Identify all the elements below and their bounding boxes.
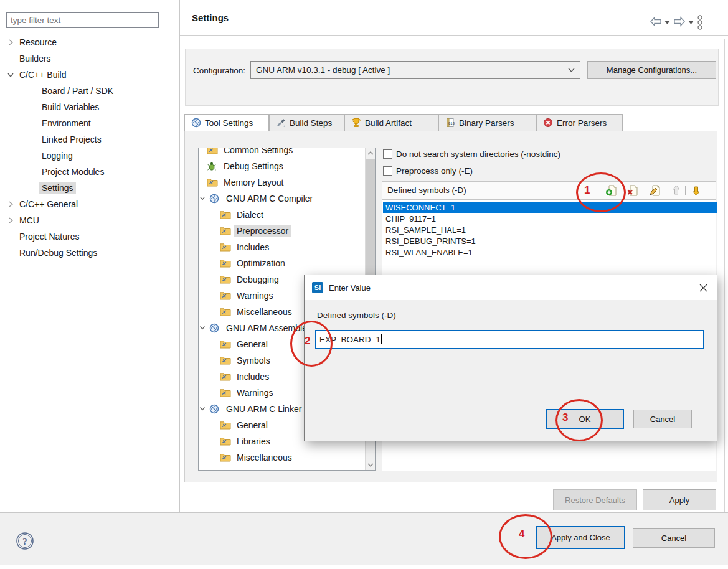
- list-item[interactable]: RSI_SAMPLE_HAL=1: [383, 224, 717, 235]
- list-item[interactable]: RSI_DEBUG_PRINTS=1: [383, 235, 717, 247]
- folder-wrench-icon: [220, 258, 231, 268]
- close-icon[interactable]: [694, 280, 712, 296]
- tree-item-optimization[interactable]: Optimization: [220, 255, 288, 271]
- dialog-cancel-button[interactable]: Cancel: [633, 410, 692, 428]
- sidebar-item-linked-projects[interactable]: Linked Projects: [39, 131, 104, 148]
- sidebar-item-label: Run/Debug Settings: [17, 247, 100, 259]
- edit-symbol-icon[interactable]: [649, 184, 661, 197]
- tree-item-miscellaneous-linker[interactable]: Miscellaneous: [220, 449, 295, 466]
- sidebar-item-cpp-build[interactable]: C/C++ Build: [6, 67, 69, 83]
- sidebar-item-build-variables[interactable]: Build Variables: [39, 99, 102, 115]
- footer-cancel-label: Cancel: [661, 534, 686, 543]
- list-item[interactable]: CHIP_9117=1: [383, 213, 717, 224]
- delete-symbol-icon[interactable]: [626, 184, 639, 197]
- chevron-right-icon[interactable]: [6, 38, 15, 47]
- tree-item-label: Debug Settings: [221, 160, 286, 172]
- search-input[interactable]: [6, 12, 159, 28]
- tree-item-label: GNU ARM C Linker: [224, 403, 304, 415]
- sidebar-item-logging[interactable]: Logging: [39, 148, 75, 164]
- help-icon[interactable]: ?: [15, 531, 35, 551]
- page-title: Settings: [192, 12, 229, 23]
- tab-build-artifact[interactable]: Build Artifact: [344, 114, 438, 131]
- tab-build-steps[interactable]: Build Steps: [269, 114, 344, 131]
- chevron-down-icon[interactable]: [199, 405, 207, 413]
- apply-button[interactable]: Apply: [643, 489, 716, 510]
- tree-item-libraries[interactable]: Libraries: [220, 433, 273, 449]
- trophy-icon: [351, 118, 361, 128]
- tree-item-warnings-asm[interactable]: Warnings: [220, 385, 276, 401]
- checkbox-unchecked[interactable]: [383, 149, 392, 159]
- sidebar-item-run-debug-settings[interactable]: Run/Debug Settings: [17, 245, 100, 261]
- footer-cancel-button[interactable]: Cancel: [633, 528, 715, 548]
- scroll-down-icon[interactable]: [367, 462, 374, 468]
- tab-label: Binary Parsers: [459, 118, 514, 128]
- sidebar-item-project-modules[interactable]: Project Modules: [39, 164, 106, 180]
- chevron-down-icon[interactable]: [199, 194, 207, 203]
- sidebar-item-resource[interactable]: Resource: [6, 34, 59, 50]
- tree-item-debugging[interactable]: Debugging: [220, 271, 281, 288]
- tab-error-parsers[interactable]: Error Parsers: [536, 114, 623, 131]
- checkbox-label: Do not search system directories (-nostd…: [396, 149, 560, 159]
- tree-item-label: Miscellaneous: [234, 451, 295, 464]
- sidebar-item-label: Resource: [17, 36, 59, 49]
- chevron-right-icon[interactable]: [6, 216, 15, 225]
- tree-item-warnings[interactable]: Warnings: [220, 288, 276, 304]
- tree-item-includes[interactable]: Includes: [220, 239, 272, 255]
- scroll-up-icon[interactable]: [367, 150, 374, 156]
- tree-item-debug-settings[interactable]: Debug Settings: [207, 158, 286, 174]
- tree-item-includes-asm[interactable]: Includes: [220, 369, 272, 385]
- checkbox-row-nostdinc[interactable]: Do not search system directories (-nostd…: [383, 149, 560, 159]
- back-arrow-icon[interactable]: [650, 16, 662, 27]
- configuration-dropdown[interactable]: GNU ARM v10.3.1 - debug [ Active ]: [250, 61, 580, 79]
- defined-symbol-input[interactable]: EXP_BOARD=1: [315, 330, 704, 349]
- tree-item-common-settings[interactable]: Common Settings: [207, 148, 295, 158]
- chevron-down-icon[interactable]: [6, 70, 15, 79]
- tree-item-symbols[interactable]: Symbols: [220, 352, 273, 369]
- sidebar-item-board-part-sdk[interactable]: Board / Part / SDK: [39, 83, 116, 99]
- bug-icon: [207, 161, 218, 171]
- tree-item-memory-layout[interactable]: Memory Layout: [207, 174, 286, 190]
- list-item[interactable]: RSI_WLAN_ENABLE=1: [383, 247, 717, 258]
- sidebar-item-settings[interactable]: Settings: [39, 180, 76, 196]
- chevron-down-icon[interactable]: [199, 324, 207, 332]
- tree-item-general[interactable]: General: [220, 336, 270, 352]
- tree-item-preprocessor[interactable]: Preprocessor: [220, 223, 291, 239]
- tab-label: Build Steps: [290, 118, 332, 128]
- tree-item-general-linker[interactable]: General: [220, 417, 270, 433]
- tree-item-gnu-arm-c-compiler[interactable]: GNU ARM C Compiler: [199, 190, 315, 207]
- back-dropdown-icon[interactable]: [664, 21, 670, 24]
- tree-item-shared-library-settings[interactable]: Shared Library Settings: [220, 466, 330, 471]
- sidebar-item-cpp-general[interactable]: C/C++ General: [6, 196, 80, 212]
- tree-item-label: Memory Layout: [221, 176, 286, 189]
- tree-item-gnu-arm-c-linker[interactable]: GNU ARM C Linker: [199, 401, 304, 417]
- move-up-icon[interactable]: [670, 184, 683, 197]
- list-item-selected[interactable]: WISECONNECT=1: [383, 202, 717, 213]
- view-menu-icon[interactable]: [697, 15, 703, 30]
- chevron-right-icon[interactable]: [6, 200, 15, 209]
- folder-wrench-icon: [207, 148, 218, 155]
- tree-item-miscellaneous[interactable]: Miscellaneous: [220, 304, 295, 320]
- folder-wrench-icon: [220, 291, 231, 301]
- tab-label: Build Artifact: [365, 118, 412, 128]
- forward-arrow-icon[interactable]: [673, 16, 686, 27]
- tab-tool-settings[interactable]: Tool Settings: [184, 114, 269, 131]
- sidebar-item-environment[interactable]: Environment: [39, 115, 93, 131]
- checkbox-unchecked[interactable]: [383, 166, 392, 176]
- move-down-icon[interactable]: [690, 184, 702, 197]
- scrollbar-thumb[interactable]: [366, 159, 375, 293]
- sidebar-item-mcu[interactable]: MCU: [6, 212, 42, 228]
- dropdown-chevron-icon: [568, 68, 575, 72]
- gauge-icon: [209, 323, 220, 333]
- sidebar-item-builders[interactable]: Builders: [17, 50, 54, 67]
- gauge-icon: [209, 404, 220, 414]
- dialog-titlebar[interactable]: Si Enter Value: [305, 275, 717, 300]
- binary-file-icon: 010: [445, 118, 455, 128]
- checkbox-row-preprocess-only[interactable]: Preprocess only (-E): [383, 166, 473, 176]
- tree-item-dialect[interactable]: Dialect: [220, 207, 266, 223]
- sidebar-item-label: MCU: [17, 214, 42, 227]
- manage-configurations-button[interactable]: Manage Configurations...: [587, 61, 716, 79]
- forward-dropdown-icon[interactable]: [688, 21, 694, 24]
- sidebar-item-project-natures[interactable]: Project Natures: [17, 228, 82, 245]
- folder-wrench-icon: [220, 210, 231, 220]
- tab-binary-parsers[interactable]: 010 Binary Parsers: [438, 114, 536, 131]
